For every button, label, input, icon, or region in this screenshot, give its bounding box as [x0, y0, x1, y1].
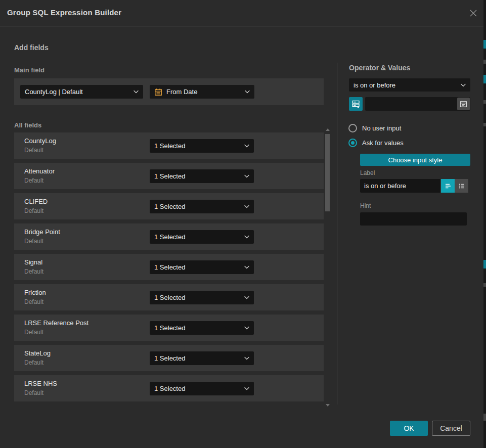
edge-mark	[483, 283, 486, 287]
choose-input-style-button[interactable]: Choose input style	[360, 154, 470, 166]
edge-mark	[483, 75, 486, 83]
chevron-down-icon	[244, 265, 249, 269]
operator-values-heading: Operator & Values	[349, 64, 410, 72]
field-selection-dropdown[interactable]: 1 Selected	[150, 139, 254, 153]
single-line-style-button[interactable]	[441, 179, 455, 193]
label-style-toggle	[441, 179, 468, 193]
field-subtype: Default	[24, 177, 43, 184]
edge-mark	[483, 260, 486, 268]
chevron-down-icon	[244, 235, 249, 239]
field-selection-value: 1 Selected	[154, 203, 185, 210]
date-picker-button[interactable]	[457, 98, 470, 110]
scroll-up-arrow-icon[interactable]	[326, 128, 330, 131]
radio-ask-for-values[interactable]: Ask for values	[348, 139, 404, 147]
scroll-down-arrow-icon[interactable]	[326, 404, 330, 407]
all-fields-list: CountyLog Default 1 Selected Attenuator …	[14, 132, 324, 401]
field-row: Bridge Point Default 1 Selected	[14, 223, 324, 250]
field-selection-dropdown[interactable]: 1 Selected	[150, 321, 254, 335]
scrollbar-thumb[interactable]	[325, 134, 330, 211]
close-button[interactable]	[468, 8, 479, 19]
field-row: CountyLog Default 1 Selected	[14, 132, 324, 159]
main-field-source-value: CountyLog | Default	[25, 88, 83, 96]
field-selection-value: 1 Selected	[154, 142, 185, 150]
main-field-panel: CountyLog | Default From Date	[14, 78, 324, 105]
group-sql-expression-builder-dialog: Group SQL Expression Builder Add fields …	[0, 0, 486, 448]
chevron-down-icon	[244, 174, 249, 178]
chevron-down-icon	[244, 205, 249, 208]
field-name: LRSE Reference Post	[24, 319, 89, 327]
field-selection-dropdown[interactable]: 1 Selected	[150, 200, 254, 213]
date-value-input[interactable]	[365, 97, 470, 111]
field-name: Signal	[24, 258, 42, 266]
close-icon	[469, 9, 477, 17]
edge-mark	[483, 40, 486, 49]
radio-circle-selected-icon	[348, 139, 357, 147]
field-selection-dropdown[interactable]: 1 Selected	[150, 382, 254, 395]
field-subtype: Default	[24, 359, 43, 366]
field-name: StateLog	[24, 349, 51, 357]
calendar-date-icon	[154, 88, 162, 96]
field-selection-value: 1 Selected	[154, 354, 185, 362]
main-field-heading: Main field	[14, 66, 45, 74]
panel-divider	[337, 63, 337, 405]
cancel-button[interactable]: Cancel	[432, 421, 470, 436]
field-selection-dropdown[interactable]: 1 Selected	[150, 230, 254, 244]
operator-value: is on or before	[354, 81, 395, 89]
field-selection-value: 1 Selected	[154, 324, 185, 332]
field-row: LRSE NHS Default 1 Selected	[14, 375, 324, 401]
field-selection-value: 1 Selected	[154, 233, 185, 241]
bullet-list-icon	[458, 182, 466, 190]
field-name: Friction	[24, 289, 46, 296]
fields-scrollbar[interactable]	[325, 128, 331, 407]
field-selection-dropdown[interactable]: 1 Selected	[150, 351, 254, 365]
field-selection-dropdown[interactable]: 1 Selected	[150, 291, 254, 304]
field-subtype: Default	[24, 389, 43, 396]
hint-caption: Hint	[360, 202, 371, 209]
main-field-field-value: From Date	[166, 88, 197, 96]
field-name: CountyLog	[24, 137, 56, 145]
field-subtype: Default	[24, 207, 43, 214]
field-selection-value: 1 Selected	[154, 172, 185, 180]
field-selection-dropdown[interactable]: 1 Selected	[150, 169, 254, 183]
dialog-title: Group SQL Expression Builder	[7, 8, 121, 17]
background-page-edge	[483, 0, 486, 448]
field-subtype: Default	[24, 298, 43, 305]
label-input[interactable]	[360, 179, 440, 193]
field-selection-value: 1 Selected	[154, 385, 185, 392]
main-field-field-dropdown[interactable]: From Date	[150, 85, 254, 99]
edge-mark	[483, 123, 486, 126]
ok-button[interactable]: OK	[390, 421, 428, 436]
field-selection-value: 1 Selected	[154, 263, 185, 271]
main-field-source-dropdown[interactable]: CountyLog | Default	[20, 85, 143, 99]
chevron-down-icon	[244, 296, 249, 299]
all-fields-heading: All fields	[14, 121, 41, 129]
dialog-titlebar: Group SQL Expression Builder	[0, 0, 483, 26]
field-name: LRSE NHS	[24, 380, 57, 387]
chevron-down-icon	[245, 90, 250, 94]
field-row: Friction Default 1 Selected	[14, 284, 324, 310]
edge-mark	[483, 100, 486, 104]
stacked-values-icon	[351, 100, 360, 108]
unique-values-button[interactable]	[349, 97, 363, 111]
field-row: CLIFED Default 1 Selected	[14, 193, 324, 219]
chevron-down-icon	[244, 387, 249, 390]
field-selection-dropdown[interactable]: 1 Selected	[150, 260, 254, 274]
field-subtype: Default	[24, 268, 43, 275]
field-name: Attenuator	[24, 167, 55, 175]
add-fields-heading: Add fields	[14, 43, 49, 52]
chevron-down-icon	[134, 90, 139, 94]
radio-no-user-input[interactable]: No user input	[348, 124, 401, 132]
edge-mark	[483, 60, 486, 64]
edge-mark	[483, 414, 486, 421]
align-left-icon	[444, 182, 452, 190]
radio-no-user-input-label: No user input	[362, 124, 401, 132]
field-row: Signal Default 1 Selected	[14, 254, 324, 280]
chevron-down-icon	[244, 356, 249, 360]
field-selection-value: 1 Selected	[154, 294, 185, 301]
field-row: LRSE Reference Post Default 1 Selected	[14, 315, 324, 341]
list-style-button[interactable]	[455, 179, 468, 193]
calendar-icon	[460, 100, 467, 108]
field-subtype: Default	[24, 238, 43, 245]
operator-dropdown[interactable]: is on or before	[349, 78, 470, 92]
hint-input[interactable]	[360, 212, 467, 226]
